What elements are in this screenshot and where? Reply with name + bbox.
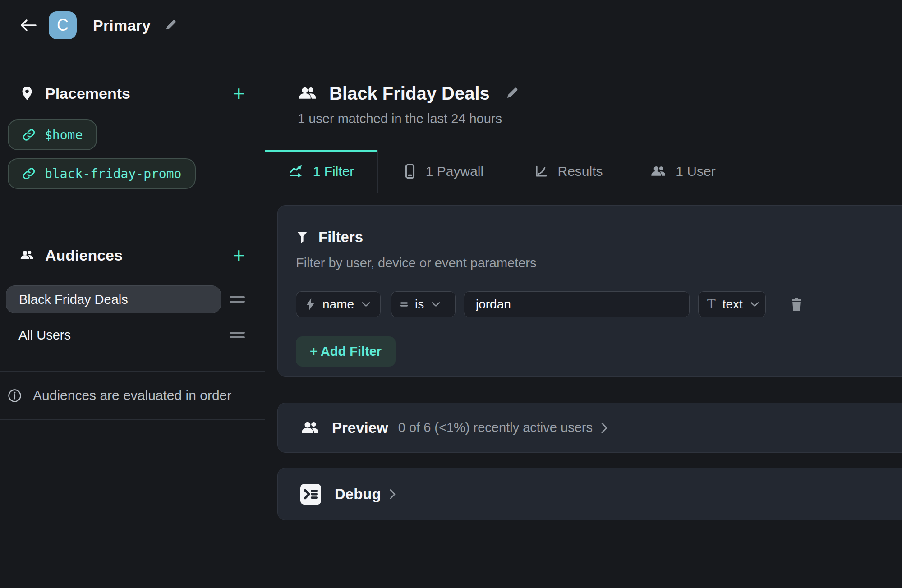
placement-chip-black-friday-promo[interactable]: black-friday-promo: [8, 158, 196, 189]
info-icon: [8, 389, 22, 403]
placement-list: $home black-friday-promo: [0, 119, 265, 189]
link-icon: [22, 167, 36, 180]
note-text: Audiences are evaluated in order: [33, 388, 231, 403]
arrow-left-icon: [20, 18, 37, 32]
lightning-icon: [305, 298, 316, 311]
phone-icon: [403, 164, 417, 179]
type-value: text: [723, 297, 743, 312]
placements-title: Placements: [45, 85, 130, 102]
trash-icon: [790, 297, 803, 312]
placement-chip-label: $home: [45, 128, 83, 142]
topbar: C Primary: [0, 0, 902, 57]
delete-filter-button[interactable]: [790, 297, 803, 312]
filter-arrows-icon: [289, 164, 304, 179]
chevron-right-icon: [389, 489, 396, 500]
audience-list: Black Friday Deals All Users: [0, 285, 265, 348]
placement-chip-home[interactable]: $home: [8, 119, 97, 150]
chart-icon: [534, 164, 548, 179]
placements-header: Placements +: [0, 83, 265, 103]
debug-card[interactable]: Debug: [277, 468, 902, 520]
terminal-debug-icon: [300, 484, 321, 505]
preview-title: Preview: [332, 419, 388, 436]
operator-value: is: [415, 297, 424, 312]
users-icon: [300, 420, 320, 436]
tab-user[interactable]: 1 User: [628, 150, 738, 193]
workspace-title: Primary: [93, 17, 151, 34]
parameter-value: name: [322, 297, 354, 312]
equals-icon: [400, 301, 408, 308]
filters-subtitle: Filter by user, device or event paramete…: [296, 256, 902, 271]
sidebar: Placements + $home black-friday-promo: [0, 57, 265, 588]
audience-header: Black Friday Deals: [298, 83, 902, 104]
audiences-header: Audiences +: [0, 245, 265, 265]
chevron-down-icon: [432, 302, 440, 307]
tab-bar: 1 Filter 1 Paywall Results 1 User: [265, 150, 902, 193]
audience-title: Black Friday Deals: [329, 83, 490, 104]
tab-filter[interactable]: 1 Filter: [265, 150, 378, 193]
parameter-dropdown[interactable]: name: [296, 291, 381, 317]
add-audience-button[interactable]: +: [233, 248, 245, 262]
drag-handle-icon[interactable]: [230, 296, 245, 303]
funnel-icon: [296, 230, 308, 244]
workspace-avatar: C: [49, 11, 77, 39]
audience-row: All Users: [0, 322, 265, 348]
add-placement-button[interactable]: +: [233, 86, 245, 101]
tab-paywall[interactable]: 1 Paywall: [378, 150, 509, 193]
link-icon: [22, 128, 36, 142]
tab-label: 1 Paywall: [426, 164, 483, 179]
tab-label: 1 Filter: [313, 164, 354, 179]
chevron-right-icon: [601, 422, 608, 434]
tab-results[interactable]: Results: [509, 150, 628, 193]
filter-value-input[interactable]: [464, 291, 690, 317]
type-dropdown[interactable]: T text: [698, 291, 766, 317]
preview-card[interactable]: Preview 0 of 6 (<1%) recently active use…: [277, 403, 902, 453]
audience-item-all-users[interactable]: All Users: [18, 322, 71, 348]
audiences-title: Audiences: [45, 247, 123, 264]
users-icon: [20, 248, 34, 262]
filters-title: Filters: [318, 229, 363, 246]
preview-summary: 0 of 6 (<1%) recently active users: [398, 420, 593, 435]
filter-row: name is T text: [296, 291, 902, 317]
filters-card-header: Filters: [296, 228, 902, 247]
operator-dropdown[interactable]: is: [391, 291, 456, 317]
tab-label: Results: [557, 164, 603, 179]
main-content: Black Friday Deals 1 user matched in the…: [265, 57, 902, 588]
users-icon: [650, 165, 667, 178]
users-icon: [298, 85, 318, 101]
sidebar-divider: [0, 419, 265, 420]
audience-row: Black Friday Deals: [0, 285, 265, 313]
filters-card: Filters Filter by user, device or event …: [277, 205, 902, 377]
chevron-down-icon: [362, 302, 370, 307]
debug-title: Debug: [335, 486, 381, 503]
matched-users-subtitle: 1 user matched in the last 24 hours: [298, 111, 902, 127]
edit-audience-icon[interactable]: [505, 87, 519, 100]
location-pin-icon: [20, 86, 34, 101]
placement-chip-label: black-friday-promo: [45, 166, 181, 181]
tab-label: 1 User: [676, 164, 715, 179]
audience-item-black-friday-deals[interactable]: Black Friday Deals: [6, 285, 221, 313]
sidebar-divider: [0, 221, 265, 221]
text-type-icon: T: [707, 298, 716, 311]
drag-handle-icon[interactable]: [230, 332, 245, 338]
chevron-down-icon: [750, 302, 759, 307]
edit-title-icon[interactable]: [164, 19, 177, 32]
add-filter-button[interactable]: + Add Filter: [296, 336, 396, 367]
audiences-order-note: Audiences are evaluated in order: [0, 372, 265, 419]
back-button[interactable]: [18, 15, 39, 36]
